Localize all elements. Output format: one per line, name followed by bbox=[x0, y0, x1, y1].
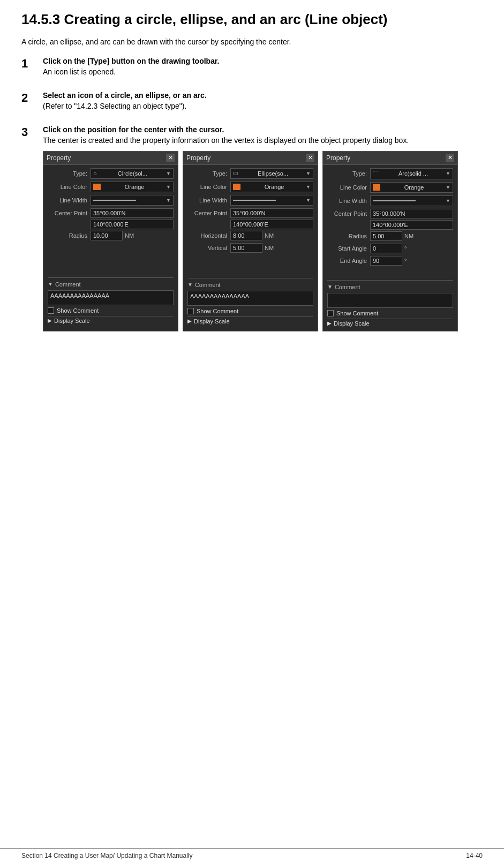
ellipse-width-dropdown[interactable]: ▼ bbox=[230, 195, 313, 206]
dialogs-row: Property ✕ Type: ○ Circle(sol... ▼ bbox=[43, 151, 483, 331]
circle-show-comment-checkbox[interactable] bbox=[48, 307, 54, 314]
circle-center-lon-row: 140°00.000'E bbox=[48, 220, 174, 229]
ellipse-show-comment-checkbox[interactable] bbox=[187, 308, 194, 314]
step-3-number: 3 bbox=[21, 125, 43, 139]
ellipse-dialog-close[interactable]: ✕ bbox=[306, 154, 314, 162]
arc-radius-row: Radius 5.00 NM bbox=[327, 231, 453, 241]
step-1-body: An icon list is opened. bbox=[43, 67, 483, 76]
ellipse-horizontal-unit: NM bbox=[265, 232, 274, 239]
ellipse-vertical-unit: NM bbox=[265, 245, 274, 251]
ellipse-width-label: Line Width bbox=[187, 197, 230, 203]
arc-width-row: Line Width ▼ bbox=[327, 195, 453, 206]
arc-type-dropdown[interactable]: ⌒ Arc(solid ... ▼ bbox=[370, 168, 453, 179]
ellipse-type-arrow: ▼ bbox=[306, 171, 311, 176]
ellipse-comment-text[interactable]: AAAAAAAAAAAAAAA bbox=[187, 291, 313, 306]
step-1-content: Click on the [Type] button on the drawin… bbox=[43, 57, 483, 81]
ellipse-type-row: Type: ⬭ Ellipse(so... ▼ bbox=[187, 168, 313, 179]
arc-color-arrow: ▼ bbox=[446, 185, 450, 190]
circle-display-scale-label: Display Scale bbox=[54, 318, 90, 324]
arc-dialog-title: Property bbox=[326, 154, 350, 162]
ellipse-show-comment-label: Show Comment bbox=[197, 308, 238, 314]
arc-display-scale-arrow: ▶ bbox=[327, 320, 332, 326]
ellipse-color-arrow: ▼ bbox=[306, 184, 311, 190]
circle-show-comment-row: Show Comment bbox=[48, 307, 174, 314]
circle-width-row: Line Width ▼ bbox=[48, 195, 174, 206]
circle-color-arrow: ▼ bbox=[166, 184, 171, 190]
ellipse-vertical-row: Vertical 5.00 NM bbox=[187, 243, 313, 253]
ellipse-show-comment-row: Show Comment bbox=[187, 308, 313, 314]
arc-end-angle-label: End Angle bbox=[327, 258, 370, 264]
ellipse-horizontal-label: Horizontal bbox=[187, 232, 230, 239]
ellipse-color-dropdown[interactable]: Orange ▼ bbox=[230, 182, 313, 192]
arc-type-arrow: ▼ bbox=[446, 171, 450, 176]
circle-color-label: Line Color bbox=[48, 184, 91, 190]
arc-comment-text[interactable] bbox=[327, 293, 453, 308]
arc-color-row: Line Color Orange ▼ bbox=[327, 182, 453, 193]
circle-radius-unit: NM bbox=[125, 232, 134, 239]
step-3-content: Click on the position for the center wit… bbox=[43, 125, 483, 331]
intro-text: A circle, an ellipse, and arc can be dra… bbox=[21, 37, 483, 46]
ellipse-color-label: Line Color bbox=[187, 184, 230, 190]
footer-right: 14-40 bbox=[466, 852, 483, 859]
circle-display-scale-row[interactable]: ▶ Display Scale bbox=[48, 316, 174, 325]
arc-center-label: Center Point bbox=[327, 210, 370, 217]
arc-show-comment-checkbox[interactable] bbox=[327, 310, 334, 316]
ellipse-center-lon: 140°00.000'E bbox=[230, 220, 313, 229]
circle-type-dropdown[interactable]: ○ Circle(sol... ▼ bbox=[91, 168, 174, 179]
circle-width-arrow: ▼ bbox=[166, 198, 171, 203]
arc-color-dropdown[interactable]: Orange ▼ bbox=[370, 182, 453, 193]
arc-comment-header[interactable]: ▼ Comment bbox=[327, 283, 453, 291]
arc-display-scale-row[interactable]: ▶ Display Scale bbox=[327, 319, 453, 328]
arc-type-row: Type: ⌒ Arc(solid ... ▼ bbox=[327, 168, 453, 179]
step-3: 3 Click on the position for the center w… bbox=[21, 125, 483, 331]
ellipse-display-scale-label: Display Scale bbox=[194, 318, 230, 324]
ellipse-type-value: Ellipse(so... bbox=[258, 170, 288, 177]
ellipse-vertical-value: 5.00 bbox=[230, 243, 262, 253]
ellipse-type-icon: ⬭ bbox=[233, 170, 238, 177]
footer: Section 14 Creating a User Map/ Updating… bbox=[0, 848, 504, 863]
arc-width-arrow: ▼ bbox=[446, 198, 450, 203]
ellipse-comment-section: ▼ Comment AAAAAAAAAAAAAAA Show Comment bbox=[187, 278, 313, 314]
arc-dialog-close[interactable]: ✕ bbox=[446, 154, 454, 162]
ellipse-width-arrow: ▼ bbox=[306, 198, 311, 203]
circle-width-dropdown[interactable]: ▼ bbox=[91, 195, 174, 206]
ellipse-comment-label: Comment bbox=[195, 282, 221, 288]
circle-color-value: Orange bbox=[125, 184, 145, 190]
arc-width-dropdown[interactable]: ▼ bbox=[370, 195, 453, 206]
circle-dialog-close[interactable]: ✕ bbox=[166, 154, 175, 162]
arc-dialog-titlebar: Property ✕ bbox=[323, 152, 457, 165]
step-3-body: The center is created and the property i… bbox=[43, 136, 483, 145]
circle-type-arrow: ▼ bbox=[166, 171, 171, 176]
circle-dialog: Property ✕ Type: ○ Circle(sol... ▼ bbox=[43, 151, 178, 331]
circle-dialog-titlebar: Property ✕ bbox=[43, 152, 178, 165]
circle-center-row: Center Point 35°00.000'N bbox=[48, 208, 174, 218]
circle-center-lat: 35°00.000'N bbox=[91, 208, 174, 218]
circle-radius-row: Radius 10.00 NM bbox=[48, 231, 174, 240]
ellipse-horizontal-value: 8.00 bbox=[230, 231, 262, 240]
arc-center-lon: 140°00.000'E bbox=[370, 220, 453, 230]
circle-color-dropdown[interactable]: Orange ▼ bbox=[91, 182, 174, 192]
ellipse-display-scale-arrow: ▶ bbox=[187, 318, 192, 324]
ellipse-display-scale-row[interactable]: ▶ Display Scale bbox=[187, 316, 313, 326]
circle-width-label: Line Width bbox=[48, 197, 91, 203]
ellipse-color-row: Line Color Orange ▼ bbox=[187, 182, 313, 192]
ellipse-width-bar bbox=[233, 200, 276, 201]
circle-comment-text[interactable]: AAAAAAAAAAAAAAA bbox=[48, 290, 174, 305]
ellipse-color-value: Orange bbox=[265, 184, 284, 190]
step-1: 1 Click on the [Type] button on the draw… bbox=[21, 57, 483, 81]
circle-color-swatch bbox=[93, 184, 101, 190]
circle-center-label: Center Point bbox=[48, 210, 91, 216]
arc-end-angle-unit: ° bbox=[404, 258, 407, 264]
circle-radius-label: Radius bbox=[48, 232, 91, 239]
step-2-number: 2 bbox=[21, 91, 43, 105]
circle-comment-header[interactable]: ▼ Comment bbox=[48, 280, 174, 289]
ellipse-type-dropdown[interactable]: ⬭ Ellipse(so... ▼ bbox=[230, 168, 313, 179]
arc-show-comment-row: Show Comment bbox=[327, 310, 453, 316]
arc-comment-section: ▼ Comment Show Comment bbox=[327, 280, 453, 316]
step-2-body: (Refer to "14.2.3 Selecting an object ty… bbox=[43, 102, 483, 110]
arc-type-label: Type: bbox=[327, 170, 370, 177]
arc-comment-label: Comment bbox=[335, 284, 360, 290]
arc-width-label: Line Width bbox=[327, 198, 370, 204]
arc-center-row: Center Point 35°00.000'N bbox=[327, 209, 453, 218]
ellipse-comment-header[interactable]: ▼ Comment bbox=[187, 281, 313, 289]
